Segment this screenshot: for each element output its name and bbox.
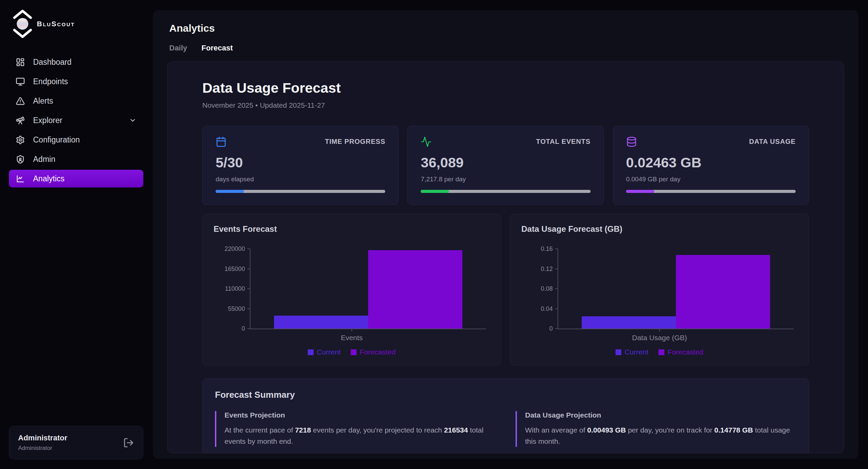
sidebar-item-endpoints[interactable]: Endpoints bbox=[9, 73, 143, 90]
logout-button[interactable] bbox=[123, 437, 134, 448]
calendar-icon bbox=[216, 136, 227, 147]
main-area: Analytics Daily Forecast Data Usage Fore… bbox=[152, 0, 868, 469]
bar-current bbox=[274, 316, 368, 329]
activity-icon bbox=[421, 136, 432, 147]
stat-value: 5/30 bbox=[216, 155, 385, 171]
chart-plot: 00.040.080.120.16 bbox=[558, 249, 794, 329]
y-tick-label: 0.12 bbox=[541, 265, 553, 272]
user-role: Administrator bbox=[18, 445, 67, 452]
y-tick-label: 0.16 bbox=[541, 245, 553, 253]
chart-plot: 055000110000165000220000 bbox=[250, 249, 486, 329]
gear-icon bbox=[16, 135, 25, 145]
summary-heading: Events Projection bbox=[225, 411, 496, 419]
y-tick-mark bbox=[247, 308, 250, 309]
sidebar-item-analytics[interactable]: Analytics bbox=[9, 170, 143, 187]
chart-title: Data Usage Forecast (GB) bbox=[521, 224, 799, 234]
stats-row: TIME PROGRESS 5/30 days elapsed TOTAL EV… bbox=[202, 126, 809, 205]
chart-legend: CurrentForecasted bbox=[212, 348, 491, 356]
legend-label: Forecasted bbox=[360, 348, 395, 356]
legend-label: Current bbox=[317, 348, 341, 356]
data-usage-projection: Data Usage Projection With an average of… bbox=[516, 411, 796, 447]
y-tick-mark bbox=[247, 288, 250, 289]
y-tick-mark bbox=[555, 308, 558, 309]
x-axis-tick bbox=[659, 329, 660, 332]
stat-card-data-usage: DATA USAGE 0.02463 GB 0.0049 GB per day bbox=[613, 126, 809, 205]
progress-bar bbox=[216, 190, 385, 193]
user-name: Administrator bbox=[18, 434, 67, 442]
charts-row: Events Forecast 055000110000165000220000… bbox=[202, 214, 809, 365]
tab-forecast[interactable]: Forecast bbox=[202, 44, 233, 52]
bluscout-logo-icon bbox=[12, 9, 33, 39]
legend-swatch bbox=[616, 349, 621, 355]
legend-item-current[interactable]: Current bbox=[616, 348, 648, 356]
y-tick-label: 0.04 bbox=[541, 305, 553, 312]
chart-legend: CurrentForecasted bbox=[520, 348, 799, 356]
legend-swatch bbox=[308, 349, 314, 355]
legend-label: Current bbox=[624, 348, 648, 356]
forecast-card-subtitle: November 2025 • Updated 2025-11-27 bbox=[202, 101, 809, 109]
data-usage-forecast-chart: Data Usage Forecast (GB) 00.040.080.120.… bbox=[510, 214, 809, 365]
forecast-card: Data Usage Forecast November 2025 • Upda… bbox=[167, 61, 844, 453]
y-tick-mark bbox=[555, 328, 558, 329]
y-tick-label: 165000 bbox=[225, 265, 245, 272]
forecast-summary-card: Forecast Summary Events Projection At th… bbox=[202, 378, 809, 453]
sidebar-item-configuration[interactable]: Configuration bbox=[9, 131, 143, 149]
summary-heading: Data Usage Projection bbox=[525, 411, 796, 419]
sidebar-item-label: Analytics bbox=[33, 174, 64, 183]
sidebar-item-label: Explorer bbox=[33, 116, 62, 125]
stat-card-time-progress: TIME PROGRESS 5/30 days elapsed bbox=[202, 126, 399, 205]
stat-label: DATA USAGE bbox=[749, 138, 796, 146]
brand-name: BluScout bbox=[37, 20, 75, 28]
progress-fill bbox=[421, 190, 449, 193]
bar-current bbox=[582, 316, 676, 329]
summary-text: With an average of 0.00493 GB per day, y… bbox=[525, 425, 796, 447]
summary-title: Forecast Summary bbox=[215, 390, 796, 400]
shield-user-icon bbox=[16, 155, 25, 164]
chart-bars bbox=[250, 249, 486, 329]
y-tick-label: 0 bbox=[549, 325, 553, 332]
sidebar-item-label: Admin bbox=[33, 155, 55, 164]
chart-xlabel: Data Usage (GB) bbox=[520, 334, 799, 342]
sidebar-item-dashboard[interactable]: Dashboard bbox=[9, 53, 143, 71]
alert-triangle-icon bbox=[16, 96, 25, 106]
sidebar-item-alerts[interactable]: Alerts bbox=[9, 92, 143, 110]
y-tick-mark bbox=[247, 328, 250, 329]
stat-label: TOTAL EVENTS bbox=[536, 138, 591, 146]
main-panel: Analytics Daily Forecast Data Usage Fore… bbox=[153, 10, 858, 459]
legend-label: Forecasted bbox=[667, 348, 703, 356]
tab-daily[interactable]: Daily bbox=[169, 44, 187, 52]
progress-bar bbox=[421, 190, 590, 193]
user-card: Administrator Administrator bbox=[9, 426, 143, 459]
y-tick-label: 220000 bbox=[225, 245, 245, 253]
legend-swatch bbox=[351, 349, 357, 355]
logout-icon bbox=[123, 444, 134, 449]
y-tick-mark bbox=[555, 248, 558, 249]
progress-fill bbox=[216, 190, 244, 193]
chevron-down-icon bbox=[129, 117, 136, 124]
sidebar-item-explorer[interactable]: Explorer bbox=[9, 111, 143, 129]
y-tick-mark bbox=[247, 248, 250, 249]
chart-icon bbox=[16, 174, 25, 183]
y-tick-mark bbox=[247, 269, 250, 269]
events-projection: Events Projection At the current pace of… bbox=[215, 411, 496, 447]
y-tick-mark bbox=[555, 269, 558, 269]
tab-bar: Daily Forecast bbox=[169, 44, 844, 52]
sidebar-nav: Dashboard Endpoints Alerts Explorer bbox=[9, 53, 143, 187]
dashboard-icon bbox=[16, 58, 25, 67]
sidebar-item-label: Alerts bbox=[33, 96, 53, 106]
legend-item-forecasted[interactable]: Forecasted bbox=[659, 348, 703, 356]
y-tick-label: 0.08 bbox=[541, 285, 553, 292]
chart-bars bbox=[558, 249, 794, 329]
x-axis-tick bbox=[351, 329, 352, 332]
summary-text: At the current pace of 7218 events per d… bbox=[225, 425, 496, 447]
sidebar-item-admin[interactable]: Admin bbox=[9, 150, 143, 168]
bar-forecasted bbox=[368, 250, 462, 329]
legend-item-forecasted[interactable]: Forecasted bbox=[351, 348, 395, 356]
sidebar-item-label: Endpoints bbox=[33, 77, 68, 86]
legend-item-current[interactable]: Current bbox=[308, 348, 341, 356]
events-forecast-chart: Events Forecast 055000110000165000220000… bbox=[202, 214, 501, 365]
page-title: Analytics bbox=[169, 22, 844, 34]
database-icon bbox=[626, 136, 637, 147]
sidebar-item-label: Dashboard bbox=[33, 58, 72, 67]
y-tick-mark bbox=[555, 288, 558, 289]
